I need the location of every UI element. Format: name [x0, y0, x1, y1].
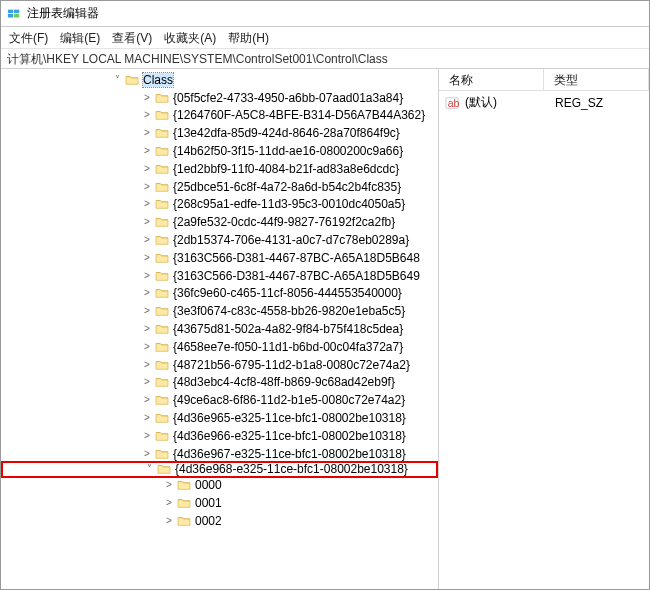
folder-icon [125, 74, 139, 86]
chevron-right-icon[interactable]: > [141, 146, 153, 156]
chevron-down-icon[interactable]: ˅ [111, 75, 123, 85]
tree-item-label: {36fc9e60-c465-11cf-8056-444553540000} [173, 286, 402, 300]
folder-icon [155, 359, 169, 371]
chevron-right-icon[interactable]: > [141, 342, 153, 352]
tree-item-guid[interactable]: >{4d36e965-e325-11ce-bfc1-08002be10318} [1, 409, 438, 427]
tree-item-subkey[interactable]: >0000 [1, 476, 438, 494]
folder-icon [155, 198, 169, 210]
folder-icon [177, 479, 191, 491]
chevron-right-icon[interactable]: > [141, 93, 153, 103]
folder-icon [155, 305, 169, 317]
chevron-right-icon[interactable]: > [141, 110, 153, 120]
folder-icon [155, 412, 169, 424]
folder-icon [155, 270, 169, 282]
menu-help[interactable]: 帮助(H) [228, 30, 269, 45]
tree-item-label: {2a9fe532-0cdc-44f9-9827-76192f2ca2fb} [173, 215, 395, 229]
tree-item-guid[interactable]: >{13e42dfa-85d9-424d-8646-28a70f864f9c} [1, 124, 438, 142]
tree-item-guid[interactable]: >{3163C566-D381-4467-87BC-A65A18D5B648 [1, 249, 438, 267]
tree-item-label: {4d36e967-e325-11ce-bfc1-08002be10318} [173, 447, 406, 461]
col-header-type[interactable]: 类型 [544, 69, 649, 90]
tree-item-guid[interactable]: >{268c95a1-edfe-11d3-95c3-0010dc4050a5} [1, 196, 438, 214]
tree-item-guid[interactable]: >{25dbce51-6c8f-4a72-8a6d-b54c2b4fc835} [1, 178, 438, 196]
tree-item-guid[interactable]: ˅{4d36e968-e325-11ce-bfc1-08002be10318} [1, 461, 438, 479]
content-area: ˅Class>{05f5cfe2-4733-4950-a6bb-07aad01a… [1, 69, 649, 589]
chevron-right-icon[interactable]: > [141, 431, 153, 441]
tree-item-subkey[interactable]: >0001 [1, 494, 438, 512]
chevron-right-icon[interactable]: > [141, 395, 153, 405]
menu-favorites[interactable]: 收藏夹(A) [164, 30, 216, 45]
chevron-right-icon[interactable]: > [141, 377, 153, 387]
chevron-right-icon[interactable]: > [141, 271, 153, 281]
svg-rect-2 [8, 14, 13, 18]
folder-icon [157, 463, 171, 475]
value-type: REG_SZ [555, 96, 603, 110]
folder-icon [155, 376, 169, 388]
svg-rect-1 [14, 9, 19, 13]
tree-item-label: {48721b56-6795-11d2-b1a8-0080c72e74a2} [173, 358, 410, 372]
tree-pane[interactable]: ˅Class>{05f5cfe2-4733-4950-a6bb-07aad01a… [1, 69, 439, 589]
tree-item-guid[interactable]: >{1ed2bbf9-11f0-4084-b21f-ad83a8e6dcdc} [1, 160, 438, 178]
chevron-right-icon[interactable]: > [141, 253, 153, 263]
folder-icon [155, 109, 169, 121]
chevron-right-icon[interactable]: > [163, 498, 175, 508]
tree-item-label: {48d3ebc4-4cf8-48ff-b869-9c68ad42eb9f} [173, 375, 395, 389]
tree-item-guid[interactable]: >{05f5cfe2-4733-4950-a6bb-07aad01a3a84} [1, 89, 438, 107]
col-header-name[interactable]: 名称 [439, 69, 544, 90]
titlebar: 注册表编辑器 [1, 1, 649, 27]
tree-item-label: {4658ee7e-f050-11d1-b6bd-00c04fa372a7} [173, 340, 403, 354]
column-headers: 名称 类型 [439, 69, 649, 91]
tree-item-guid[interactable]: >{49ce6ac8-6f86-11d2-b1e5-0080c72e74a2} [1, 391, 438, 409]
chevron-right-icon[interactable]: > [141, 128, 153, 138]
chevron-right-icon[interactable]: > [141, 324, 153, 334]
folder-icon [155, 323, 169, 335]
chevron-right-icon[interactable]: > [141, 164, 153, 174]
tree-item-guid[interactable]: >{4658ee7e-f050-11d1-b6bd-00c04fa372a7} [1, 338, 438, 356]
folder-icon [155, 216, 169, 228]
address-bar[interactable]: 计算机\HKEY LOCAL MACHINE\SYSTEM\ControlSet… [1, 49, 649, 69]
menu-file[interactable]: 文件(F) [9, 30, 48, 45]
menu-view[interactable]: 查看(V) [112, 30, 152, 45]
svg-rect-0 [8, 9, 13, 13]
tree-item-guid[interactable]: >{43675d81-502a-4a82-9f84-b75f418c5dea} [1, 320, 438, 338]
chevron-right-icon[interactable]: > [141, 413, 153, 423]
chevron-right-icon[interactable]: > [141, 306, 153, 316]
tree-item-label: Class [143, 73, 173, 87]
svg-text:ab: ab [448, 96, 459, 108]
tree-item-guid[interactable]: >{2db15374-706e-4131-a0c7-d7c78eb0289a} [1, 231, 438, 249]
chevron-right-icon[interactable]: > [163, 516, 175, 526]
chevron-right-icon[interactable]: > [141, 217, 153, 227]
chevron-right-icon[interactable]: > [141, 360, 153, 370]
tree-item-guid[interactable]: >{48d3ebc4-4cf8-48ff-b869-9c68ad42eb9f} [1, 374, 438, 392]
folder-icon [177, 515, 191, 527]
menubar: 文件(F) 编辑(E) 查看(V) 收藏夹(A) 帮助(H) [1, 27, 649, 49]
tree-item-label: {4d36e966-e325-11ce-bfc1-08002be10318} [173, 429, 406, 443]
tree-item-guid[interactable]: >{14b62f50-3f15-11dd-ae16-0800200c9a66} [1, 142, 438, 160]
folder-icon [155, 234, 169, 246]
tree-item-label: 0000 [195, 478, 222, 492]
tree-item-label: 0002 [195, 514, 222, 528]
tree-item-subkey[interactable]: >0002 [1, 512, 438, 530]
tree-item-guid[interactable]: >{1264760F-A5C8-4BFE-B314-D56A7B44A362} [1, 107, 438, 125]
app-icon [7, 7, 21, 21]
tree-item-label: {3163C566-D381-4467-87BC-A65A18D5B648 [173, 251, 420, 265]
chevron-down-icon[interactable]: ˅ [143, 464, 155, 474]
chevron-right-icon[interactable]: > [141, 288, 153, 298]
tree-item-guid[interactable]: >{48721b56-6795-11d2-b1a8-0080c72e74a2} [1, 356, 438, 374]
chevron-right-icon[interactable]: > [141, 449, 153, 459]
menu-edit[interactable]: 编辑(E) [60, 30, 100, 45]
value-row[interactable]: ab(默认)REG_SZ [439, 91, 649, 114]
tree-item-guid[interactable]: >{4d36e966-e325-11ce-bfc1-08002be10318} [1, 427, 438, 445]
tree-item-class[interactable]: ˅Class [1, 71, 438, 89]
tree-item-label: {13e42dfa-85d9-424d-8646-28a70f864f9c} [173, 126, 400, 140]
chevron-right-icon[interactable]: > [163, 480, 175, 490]
chevron-right-icon[interactable]: > [141, 182, 153, 192]
tree-item-guid[interactable]: >{3e3f0674-c83c-4558-bb26-9820e1eba5c5} [1, 302, 438, 320]
tree-item-label: {05f5cfe2-4733-4950-a6bb-07aad01a3a84} [173, 91, 403, 105]
tree-item-guid[interactable]: >{3163C566-D381-4467-87BC-A65A18D5B649 [1, 267, 438, 285]
tree-item-guid[interactable]: >{36fc9e60-c465-11cf-8056-444553540000} [1, 285, 438, 303]
tree-item-guid[interactable]: >{2a9fe532-0cdc-44f9-9827-76192f2ca2fb} [1, 213, 438, 231]
chevron-right-icon[interactable]: > [141, 235, 153, 245]
chevron-right-icon[interactable]: > [141, 199, 153, 209]
folder-icon [155, 341, 169, 353]
tree-item-label: {1ed2bbf9-11f0-4084-b21f-ad83a8e6dcdc} [173, 162, 399, 176]
